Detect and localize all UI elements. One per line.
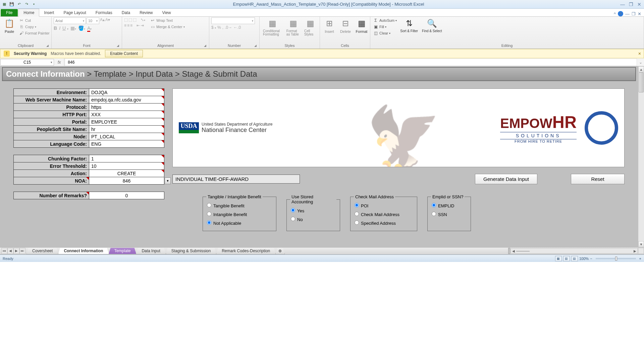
protocol-cell[interactable]: https — [89, 104, 164, 111]
save-icon[interactable]: 💾 — [9, 1, 15, 7]
font-size-combo[interactable]: 10▾ — [87, 17, 99, 24]
portal-cell[interactable]: EMPLOYEE — [89, 118, 164, 126]
close-icon[interactable]: ✕ — [637, 2, 641, 7]
merge-center-button[interactable]: ▭Merge & Center ▾ — [149, 24, 185, 30]
redo-icon[interactable]: ↷ — [23, 1, 30, 7]
remarks-cell[interactable]: 0 — [89, 192, 164, 199]
sheet-tab-remark[interactable]: Remark Codes-Description — [216, 248, 276, 254]
zoom-in-icon[interactable]: + — [639, 257, 641, 261]
tab-home[interactable]: Home — [18, 9, 39, 17]
align-center-icon[interactable]: ≡ — [127, 23, 129, 28]
webserver-cell[interactable]: empdoj.qa.nfc.usda.gov — [89, 96, 164, 104]
align-right-icon[interactable]: ≡ — [130, 23, 132, 28]
restore-icon[interactable]: ❐ — [629, 2, 633, 7]
autosum-button[interactable]: ΣAutoSum ▾ — [372, 17, 397, 23]
formula-input[interactable]: 846 — [65, 58, 637, 66]
radio-not-applicable[interactable]: Not Applicable — [206, 219, 273, 227]
tab-split-handle[interactable] — [508, 248, 510, 254]
tab-page-layout[interactable]: Page Layout — [59, 9, 91, 16]
sheet-tab-coversheet[interactable]: Coversheet — [26, 248, 58, 254]
page-layout-view-icon[interactable]: ▥ — [563, 256, 570, 261]
split-box[interactable] — [638, 248, 644, 254]
normal-view-icon[interactable]: ▦ — [555, 256, 562, 261]
radio-tangible[interactable]: Tangible Benefit — [206, 201, 273, 210]
dialog-launcher-icon[interactable]: ◢ — [254, 44, 257, 47]
sitename-cell[interactable]: hr — [89, 126, 164, 133]
wrap-text-button[interactable]: ↩Wrap Text — [149, 17, 185, 23]
chevron-down-icon[interactable]: ▾ — [51, 61, 52, 64]
sheet-tab-staging[interactable]: Staging & Submission — [166, 248, 216, 254]
fx-label[interactable]: fx — [54, 58, 64, 66]
scroll-right-icon[interactable]: ▶ — [632, 249, 638, 253]
align-bottom-icon[interactable]: ⬚ — [133, 17, 137, 22]
horizontal-scrollbar[interactable]: ◀ ▶ — [511, 248, 638, 254]
align-top-icon[interactable]: ⬚ — [124, 17, 128, 22]
expand-formula-icon[interactable]: ⌄ — [637, 60, 644, 65]
noa-cell[interactable]: 846▼ — [89, 177, 164, 185]
radio-specified[interactable]: Specified Address — [354, 219, 414, 227]
border-button[interactable]: ▦▾ — [70, 25, 76, 31]
sheet-tab-data-input[interactable]: Data Input — [136, 248, 166, 254]
window-close-icon[interactable]: ✕ — [638, 11, 641, 16]
comma-button[interactable]: , — [222, 25, 223, 30]
tab-view[interactable]: View — [158, 9, 176, 16]
sort-filter-button[interactable]: ⇅Sort & Filter — [399, 17, 419, 33]
radio-yes[interactable]: Yes — [290, 206, 336, 215]
find-select-button[interactable]: 🔍Find & Select — [421, 17, 443, 33]
cut-button[interactable]: ✂Cut — [18, 17, 50, 23]
tab-formulas[interactable]: Formulas — [91, 9, 117, 16]
ribbon-min-icon[interactable]: ^ — [614, 11, 616, 16]
conditional-formatting-button[interactable]: ▦Conditional Formatting — [262, 17, 284, 37]
font-color-button[interactable]: A▾ — [87, 25, 92, 31]
error-threshold-cell[interactable]: 10 — [89, 162, 164, 170]
page-break-view-icon[interactable]: ▤ — [571, 256, 578, 261]
help-icon[interactable]: ? — [618, 11, 623, 16]
qat-dropdown-icon[interactable]: ▾ — [31, 1, 37, 7]
italic-button[interactable]: I — [59, 25, 60, 31]
window-min-icon[interactable]: — — [625, 11, 630, 16]
inc-decimal-icon[interactable]: .0→ — [225, 25, 232, 30]
cell-styles-button[interactable]: ▦Cell Styles — [303, 17, 318, 37]
fill-button[interactable]: ▣Fill ▾ — [372, 24, 397, 30]
next-sheet-icon[interactable]: ▶ — [13, 248, 19, 254]
paste-button[interactable]: 📋Paste — [2, 17, 17, 34]
file-tab[interactable]: File — [1, 9, 18, 16]
radio-intangible[interactable]: Intangible Benefit — [206, 210, 273, 219]
sheet-tab-template[interactable]: Template — [109, 248, 137, 254]
action-cell[interactable]: CREATE — [89, 170, 164, 177]
radio-poi[interactable]: POI — [354, 201, 414, 210]
environment-cell[interactable]: DOJQA — [89, 89, 164, 96]
format-cells-button[interactable]: ▦Format — [354, 17, 369, 34]
percent-button[interactable]: % — [217, 25, 221, 30]
radio-no[interactable]: No — [290, 215, 336, 224]
name-box[interactable]: C15▾ — [0, 59, 54, 66]
orientation-icon[interactable]: ⤡▾ — [141, 17, 145, 22]
delete-cells-button[interactable]: ⊟Delete — [338, 17, 353, 34]
radio-ssn[interactable]: SSN — [431, 210, 467, 219]
tab-insert[interactable]: Insert — [39, 9, 59, 16]
radio-check-mail[interactable]: Check Mail Address — [354, 210, 414, 219]
bold-button[interactable]: B — [54, 25, 57, 31]
scroll-down-icon[interactable]: ▼ — [638, 241, 644, 247]
port-cell[interactable]: XXX — [89, 111, 164, 118]
radio-emplid[interactable]: EMPLID — [431, 201, 467, 210]
font-name-combo[interactable]: Arial▾ — [54, 17, 86, 24]
accounting-button[interactable]: $ ▾ — [211, 25, 216, 30]
dropdown-icon[interactable]: ▼ — [165, 178, 171, 184]
generate-button[interactable]: Generate Data Input — [475, 174, 537, 184]
scroll-up-icon[interactable]: ▲ — [638, 66, 644, 72]
format-painter-button[interactable]: 🖌Format Painter — [18, 30, 50, 36]
reset-button[interactable]: Reset — [571, 174, 625, 184]
grow-font-icon[interactable]: A▴ — [100, 17, 105, 24]
fill-color-button[interactable]: 🪣▾ — [78, 25, 85, 31]
prev-sheet-icon[interactable]: ◀ — [7, 248, 13, 254]
tab-data[interactable]: Data — [117, 9, 135, 16]
chunking-cell[interactable]: 1 — [89, 155, 164, 162]
underline-button[interactable]: U ▾ — [62, 25, 68, 31]
dec-decimal-icon[interactable]: ←.0 — [233, 25, 241, 30]
number-format-combo[interactable]: ▾ — [211, 17, 255, 24]
scroll-left-icon[interactable]: ◀ — [511, 249, 516, 253]
node-cell[interactable]: PT_LOCAL — [89, 133, 164, 140]
scroll-thumb[interactable] — [639, 72, 644, 92]
new-sheet-icon[interactable]: ⊕ — [275, 248, 285, 254]
